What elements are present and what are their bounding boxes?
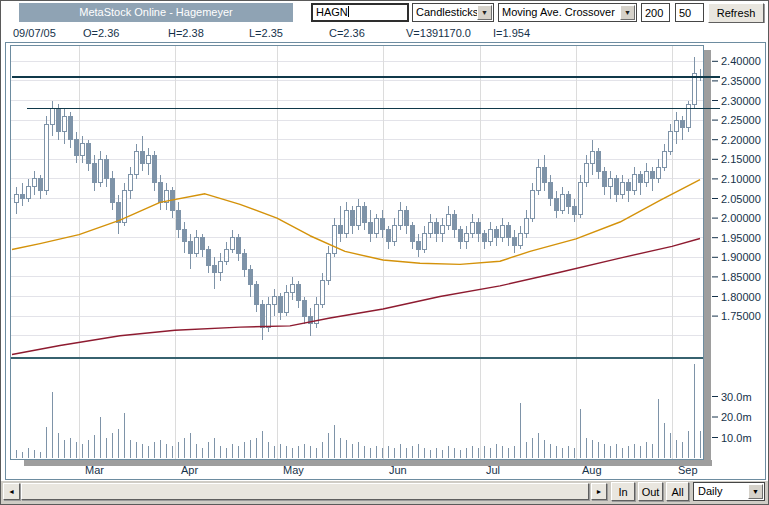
chart-type-value: Candlesticks — [416, 6, 478, 18]
svg-text:20.0m: 20.0m — [721, 411, 752, 423]
text-caret — [348, 6, 349, 17]
zoom-in-button[interactable]: In — [611, 482, 635, 501]
svg-text:2.15000: 2.15000 — [721, 153, 761, 165]
symbol-input[interactable]: HAGN — [311, 3, 409, 22]
svg-text:1.85000: 1.85000 — [721, 271, 761, 283]
scrollbar-thumb[interactable] — [21, 483, 589, 500]
right-arrow-icon: ► — [596, 488, 603, 495]
svg-text:2.05000: 2.05000 — [721, 193, 761, 205]
scroll-left-button[interactable]: ◄ — [3, 483, 20, 500]
svg-text:10.0m: 10.0m — [721, 432, 752, 444]
svg-text:2.20000: 2.20000 — [721, 134, 761, 146]
svg-text:1.75000: 1.75000 — [721, 310, 761, 322]
chart-panel: MarAprMayJunJulAugSep1.750001.800001.850… — [5, 42, 766, 480]
svg-text:2.25000: 2.25000 — [721, 114, 761, 126]
svg-text:1.90000: 1.90000 — [721, 251, 761, 263]
chevron-down-icon[interactable]: ▼ — [748, 484, 763, 499]
quote-close: C=2.36 — [329, 27, 365, 39]
chevron-down-icon[interactable]: ▼ — [477, 5, 492, 20]
chart-type-select[interactable]: Candlesticks ▼ — [412, 3, 494, 22]
ma-period-1-input[interactable] — [641, 3, 670, 22]
indicator-value: Moving Ave. Crossover — [502, 6, 615, 18]
price-volume-chart: MarAprMayJunJulAugSep1.750001.800001.850… — [6, 43, 765, 479]
toolbar: MetaStock Online - Hagemeyer HAGN Candle… — [1, 1, 769, 23]
svg-text:30.0m: 30.0m — [721, 391, 752, 403]
quote-indicator: I=1.954 — [493, 27, 530, 39]
zoom-out-button[interactable]: Out — [638, 482, 663, 501]
zoom-all-button[interactable]: All — [666, 482, 689, 501]
indicator-select[interactable]: Moving Ave. Crossover ▼ — [498, 3, 637, 22]
quote-low: L=2.35 — [249, 27, 283, 39]
left-arrow-icon: ◄ — [8, 488, 15, 495]
period-value: Daily — [698, 485, 722, 497]
svg-text:2.40000: 2.40000 — [721, 55, 761, 67]
scroll-right-button[interactable]: ► — [591, 483, 607, 500]
metastock-window: MetaStock Online - Hagemeyer HAGN Candle… — [0, 0, 769, 505]
app-title-bar: MetaStock Online - Hagemeyer — [19, 3, 293, 22]
quote-date: 09/07/05 — [13, 27, 56, 39]
ma-period-2-input[interactable] — [675, 3, 704, 22]
svg-text:2.00000: 2.00000 — [721, 212, 761, 224]
bottom-bar: ◄ ► In Out All Daily ▼ — [1, 481, 769, 505]
quote-volume: V=1391170.0 — [406, 27, 471, 39]
chevron-down-icon[interactable]: ▼ — [620, 5, 635, 20]
app-title: MetaStock Online - Hagemeyer — [79, 6, 232, 18]
svg-text:1.80000: 1.80000 — [721, 291, 761, 303]
svg-text:2.35000: 2.35000 — [721, 75, 761, 87]
svg-text:2.30000: 2.30000 — [721, 95, 761, 107]
symbol-input-value: HAGN — [316, 6, 348, 18]
quote-open: O=2.36 — [83, 27, 119, 39]
quote-high: H=2.38 — [168, 27, 204, 39]
period-select[interactable]: Daily ▼ — [693, 482, 765, 501]
refresh-button[interactable]: Refresh — [708, 3, 764, 23]
svg-text:1.95000: 1.95000 — [721, 232, 761, 244]
svg-text:2.10000: 2.10000 — [721, 173, 761, 185]
quote-bar: 09/07/05 O=2.36 H=2.38 L=2.35 C=2.36 V=1… — [1, 23, 769, 42]
